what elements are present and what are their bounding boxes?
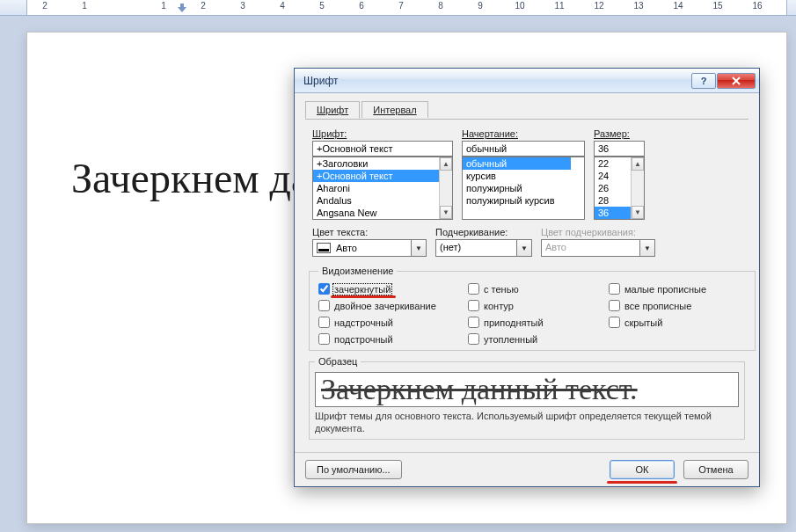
- ruler-number: 6: [359, 1, 364, 11]
- underline-combo[interactable]: (нет) ▼: [435, 239, 532, 257]
- font-option[interactable]: Andalus: [313, 194, 439, 207]
- label-font: Шрифт:: [312, 128, 453, 139]
- ruler-number: 1: [82, 1, 87, 11]
- sample-group-label: Образец: [315, 356, 361, 367]
- dialog-titlebar[interactable]: Шрифт ?: [295, 69, 759, 93]
- checkbox-all-caps-input[interactable]: [609, 300, 620, 311]
- size-option[interactable]: 22: [595, 157, 631, 170]
- tab-stop-indicator[interactable]: [178, 4, 186, 12]
- checkbox-small-caps[interactable]: малые прописные: [609, 283, 749, 295]
- size-option[interactable]: 24: [595, 170, 631, 182]
- checkbox-emboss-input[interactable]: [468, 317, 479, 328]
- scroll-down-icon[interactable]: ▼: [632, 206, 644, 219]
- effects-group: Видоизменение зачеркнутый с тенью малые …: [309, 266, 756, 351]
- font-input[interactable]: [312, 141, 453, 157]
- underline-color-combo: Авто ▼: [541, 239, 655, 257]
- tab-spacing[interactable]: Интервал: [361, 101, 427, 118]
- checkbox-emboss[interactable]: приподнятый: [468, 317, 609, 328]
- svg-marker-0: [178, 4, 186, 12]
- ruler-number: 2: [42, 1, 47, 11]
- font-listbox[interactable]: +Заголовки +Основной текст Aharoni Andal…: [312, 157, 453, 220]
- style-option[interactable]: курсив: [463, 170, 571, 182]
- font-option[interactable]: Angsana New: [313, 207, 439, 219]
- style-option[interactable]: полужирный: [463, 182, 571, 194]
- default-button[interactable]: По умолчанию...: [305, 460, 402, 479]
- checkbox-shadow[interactable]: с тенью: [468, 283, 609, 295]
- style-option[interactable]: полужирный курсив: [463, 194, 571, 207]
- size-option[interactable]: 26: [595, 182, 631, 194]
- label-text-color: Цвет текста:: [312, 227, 427, 237]
- tab-font[interactable]: Шрифт: [305, 101, 360, 119]
- checkbox-superscript-input[interactable]: [318, 317, 330, 328]
- size-listbox[interactable]: 22 24 26 28 36 ▲ ▼: [594, 157, 645, 220]
- checkbox-superscript[interactable]: надстрочный: [318, 317, 468, 328]
- underline-value: (нет): [436, 240, 516, 256]
- checkbox-subscript-input[interactable]: [318, 333, 330, 345]
- cancel-button[interactable]: Отмена: [683, 460, 749, 479]
- checkbox-double-strike[interactable]: двойное зачеркивание: [318, 300, 468, 311]
- style-option[interactable]: обычный: [463, 157, 571, 170]
- close-icon: [731, 76, 741, 86]
- checkbox-strikethrough-input[interactable]: [318, 283, 330, 295]
- checkbox-outline-input[interactable]: [468, 300, 479, 311]
- dialog-footer: По умолчанию... ОК Отмена: [295, 452, 759, 486]
- text-color-combo[interactable]: Авто ▼: [312, 239, 427, 257]
- ruler-number: 13: [633, 1, 643, 11]
- ruler-number: 5: [319, 1, 325, 11]
- label-underline-color: Цвет подчеркивания:: [541, 227, 655, 237]
- ruler-number: 1: [161, 1, 166, 11]
- close-button[interactable]: [717, 73, 756, 89]
- ruler-number: 15: [712, 1, 722, 11]
- size-option[interactable]: 36: [595, 207, 631, 219]
- font-dialog: Шрифт ? Шрифт Интервал Шрифт: +Заголовки…: [294, 68, 760, 487]
- ruler-number: 12: [594, 1, 603, 11]
- chevron-down-icon[interactable]: ▼: [516, 240, 531, 256]
- chevron-down-icon[interactable]: ▼: [411, 240, 426, 256]
- help-button[interactable]: ?: [691, 73, 716, 89]
- ruler-number: 16: [752, 1, 762, 11]
- checkbox-engrave[interactable]: утопленный: [468, 333, 609, 345]
- ruler-number: 2: [201, 1, 206, 11]
- size-input[interactable]: [594, 141, 645, 157]
- scroll-down-icon[interactable]: ▼: [440, 206, 452, 219]
- checkbox-all-caps[interactable]: все прописные: [609, 300, 749, 311]
- checkbox-double-strike-input[interactable]: [318, 300, 330, 311]
- checkbox-engrave-input[interactable]: [468, 333, 479, 345]
- dialog-title: Шрифт: [303, 75, 338, 87]
- ok-button[interactable]: ОК: [610, 460, 675, 479]
- ruler-number: 9: [478, 1, 483, 11]
- checkbox-outline[interactable]: контур: [468, 300, 609, 311]
- checkbox-subscript[interactable]: подстрочный: [318, 333, 468, 345]
- checkbox-hidden-input[interactable]: [609, 317, 620, 328]
- ruler-number: 14: [673, 1, 683, 11]
- label-underline: Подчеркивание:: [435, 227, 532, 237]
- ruler-number: 10: [515, 1, 524, 11]
- ruler-number: 11: [554, 1, 564, 11]
- style-listbox[interactable]: обычный курсив полужирный полужирный кур…: [462, 157, 585, 220]
- sample-text: Зачеркнем данный текст.: [321, 373, 638, 406]
- size-list-scrollbar[interactable]: ▲ ▼: [631, 157, 644, 219]
- font-option[interactable]: +Заголовки: [313, 157, 439, 170]
- sample-description: Шрифт темы для основного текста. Использ…: [315, 411, 739, 435]
- scroll-up-icon[interactable]: ▲: [632, 157, 644, 171]
- color-swatch-icon: [317, 243, 331, 253]
- label-size: Размер:: [594, 128, 645, 139]
- font-option[interactable]: +Основной текст: [313, 170, 439, 182]
- checkbox-shadow-input[interactable]: [468, 283, 479, 295]
- text-color-value: Авто: [336, 243, 357, 253]
- ruler-number: 3: [240, 1, 245, 11]
- font-list-scrollbar[interactable]: ▲ ▼: [439, 157, 452, 219]
- scroll-up-icon[interactable]: ▲: [440, 157, 452, 171]
- checkbox-strikethrough[interactable]: зачеркнутый: [318, 283, 468, 295]
- checkbox-small-caps-input[interactable]: [609, 283, 620, 295]
- ruler-number: 8: [438, 1, 443, 11]
- ruler-number: 4: [280, 1, 285, 11]
- font-option[interactable]: Aharoni: [313, 182, 439, 194]
- sample-preview: Зачеркнем данный текст.: [315, 372, 739, 407]
- size-option[interactable]: 28: [595, 194, 631, 207]
- sample-group: Образец Зачеркнем данный текст. Шрифт те…: [309, 356, 745, 440]
- style-input[interactable]: [462, 141, 585, 157]
- effects-group-label: Видоизменение: [318, 266, 397, 276]
- label-style: Начертание:: [462, 128, 585, 139]
- checkbox-hidden[interactable]: скрытый: [609, 317, 749, 328]
